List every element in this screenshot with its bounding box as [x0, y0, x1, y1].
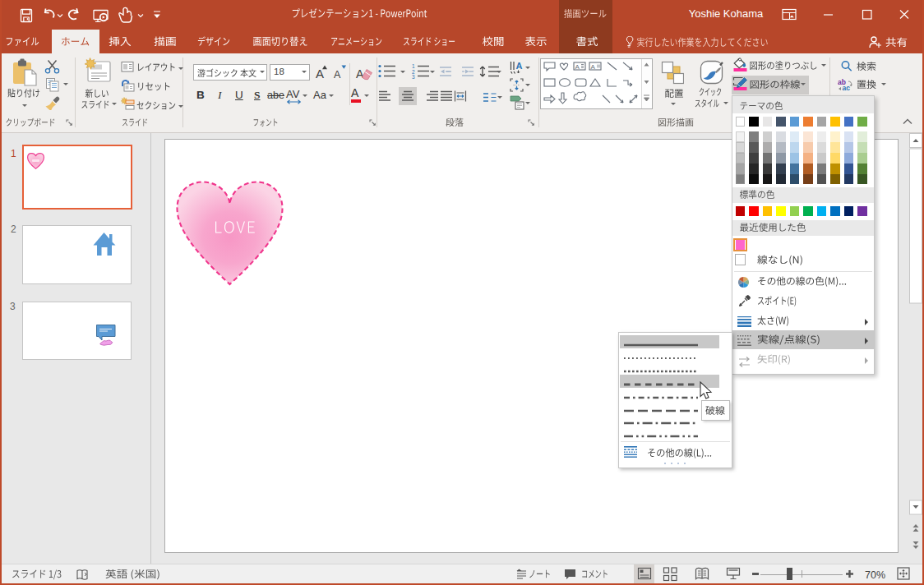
- svg-text:A: A: [516, 61, 523, 71]
- svg-text:3: 3: [412, 74, 415, 80]
- svg-text:A: A: [575, 63, 580, 71]
- svg-text:A: A: [591, 63, 596, 71]
- svg-text:A: A: [334, 69, 341, 81]
- svg-text:ac: ac: [843, 84, 851, 91]
- svg-text:A: A: [356, 67, 364, 81]
